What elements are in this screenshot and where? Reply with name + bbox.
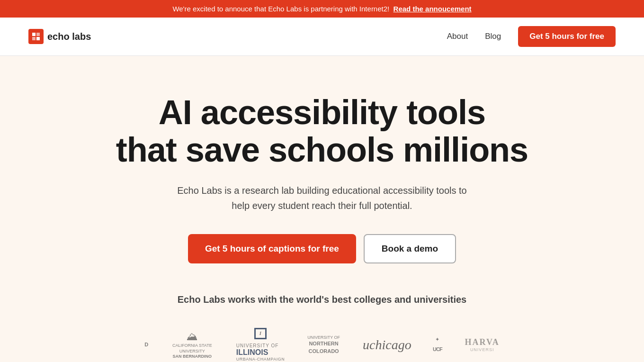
- logo-link[interactable]: echo labs: [28, 29, 91, 44]
- university-logo-uchicago: uchicago: [363, 337, 410, 353]
- svg-rect-3: [36, 37, 40, 40]
- university-logo-harvard: HARVA UNIVERSI: [465, 337, 500, 352]
- svg-rect-1: [36, 33, 40, 36]
- university-logo-csu-sb: ⛰ CALIFORNIA STATE UNIVERSITYSAN BERNARD…: [171, 330, 214, 360]
- university-logo-partial: D: [144, 342, 148, 348]
- university-logo-unc: UNIVERSITY OFNORTHERNCOLORADO: [307, 335, 340, 355]
- university-logo-illinois: I UNIVERSITY OF ILLINOIS URBANA-CHAMPAIG…: [236, 328, 285, 361]
- hero-section: AI accessibility tools that save schools…: [0, 56, 644, 362]
- announcement-banner: We're excited to annouce that Echo Labs …: [0, 0, 644, 18]
- blog-link[interactable]: Blog: [485, 32, 501, 41]
- hero-subtext: Echo Labs is a research lab building edu…: [175, 183, 469, 213]
- csu-icon: ⛰: [171, 330, 214, 343]
- logo-text: echo labs: [47, 31, 91, 42]
- navbar: echo labs About Blog Get 5 hours for fre…: [0, 18, 644, 56]
- partners-label: Echo Labs works with the world's best co…: [175, 292, 469, 307]
- logo-icon: [28, 29, 44, 44]
- svg-rect-2: [32, 37, 36, 40]
- university-logo-ucf: ✦ UCF: [433, 336, 442, 353]
- hero-buttons: Get 5 hours of captions for free Book a …: [9, 234, 635, 263]
- get-captions-button[interactable]: Get 5 hours of captions for free: [188, 234, 356, 263]
- nav-cta-button[interactable]: Get 5 hours for free: [518, 26, 616, 47]
- nav-links: About Blog Get 5 hours for free: [447, 26, 616, 47]
- svg-rect-0: [32, 33, 36, 36]
- announcement-link[interactable]: Read the annoucement: [394, 5, 472, 13]
- university-logos-strip: D ⛰ CALIFORNIA STATE UNIVERSITYSAN BERNA…: [9, 328, 635, 361]
- hero-headline: AI accessibility tools that save schools…: [109, 94, 535, 169]
- echo-labs-logo-graphic: [31, 32, 41, 41]
- announcement-text: We're excited to annouce that Echo Labs …: [172, 5, 389, 13]
- book-demo-button[interactable]: Book a demo: [364, 234, 456, 263]
- about-link[interactable]: About: [447, 32, 468, 41]
